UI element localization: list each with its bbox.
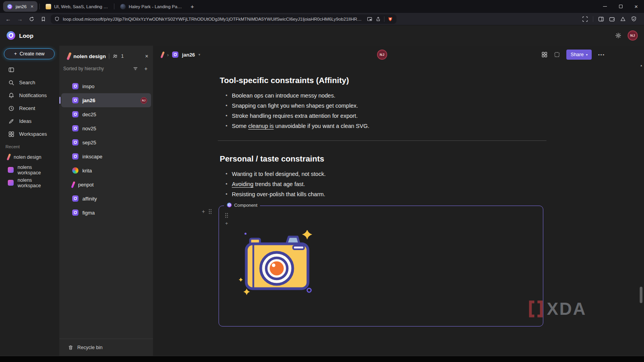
component-label-text: Component bbox=[234, 203, 257, 208]
create-new-button[interactable]: + Create new bbox=[4, 48, 55, 59]
page-row-inkscape[interactable]: inkscape bbox=[61, 149, 151, 163]
insert-plus-icon[interactable]: + bbox=[202, 208, 205, 215]
underlined-text[interactable]: Avoiding bbox=[232, 181, 253, 187]
close-panel-icon[interactable]: × bbox=[145, 53, 148, 59]
sidebar-item-notifications[interactable]: Notifications bbox=[0, 89, 59, 102]
apps-grid-icon[interactable] bbox=[541, 51, 548, 58]
tab-close-icon[interactable]: × bbox=[30, 4, 34, 9]
browser-toolbar: ← → loop.cloud.microsoft/p/eyJ3Ijp7InQiO… bbox=[0, 13, 644, 25]
loop-page-icon bbox=[72, 83, 78, 89]
maximize-button[interactable] bbox=[613, 0, 628, 13]
wallet-icon[interactable] bbox=[609, 16, 615, 22]
add-page-icon[interactable]: + bbox=[144, 66, 148, 72]
sidebar-item-label: Notifications bbox=[19, 92, 47, 98]
chevron-down-icon: ▾ bbox=[586, 53, 587, 57]
scrollbar-thumb[interactable] bbox=[640, 287, 642, 303]
bullet-item: Some cleanup is unavoidable if you want … bbox=[220, 121, 546, 131]
loop-page-icon bbox=[72, 97, 78, 103]
tab-title: UI, Web, SaaS, Landing Page & Mobi bbox=[54, 4, 108, 9]
page-name: jan26 bbox=[82, 98, 95, 103]
app-header: Loop NJ bbox=[0, 25, 644, 46]
tab-haley-park[interactable]: Haley Park - Landing Page Design | L bbox=[116, 1, 187, 12]
rewards-triangle-icon[interactable] bbox=[620, 16, 626, 22]
divider bbox=[384, 16, 384, 22]
breadcrumb-page-title[interactable]: jan26 bbox=[182, 52, 195, 58]
recent-item-workspace-2[interactable]: nolens workspace bbox=[0, 176, 59, 189]
site-permissions-icon[interactable] bbox=[54, 16, 60, 22]
page-row-affinity[interactable]: affinity bbox=[61, 192, 151, 206]
picture-in-picture-icon[interactable] bbox=[367, 16, 372, 22]
loop-logo-icon[interactable] bbox=[6, 31, 16, 40]
app-header-right: NJ bbox=[615, 30, 638, 41]
sidebar-item-label: Workspaces bbox=[19, 131, 47, 137]
recycle-bin-button[interactable]: Recycle bin bbox=[59, 339, 153, 356]
brave-shields-icon[interactable] bbox=[388, 16, 393, 22]
tab-jan26[interactable]: jan26 × bbox=[3, 1, 37, 12]
bullet-list: Wanting it to feel designed, not stock. … bbox=[220, 169, 546, 199]
loop-page-icon bbox=[72, 209, 78, 216]
brush-icon[interactable] bbox=[160, 51, 165, 58]
sidebar-item-recent[interactable]: Recent bbox=[0, 102, 59, 115]
presence-avatar[interactable]: NJ bbox=[377, 50, 387, 60]
page-row-jan26[interactable]: jan26 NJ bbox=[61, 93, 151, 107]
underlined-text[interactable]: cleanup is bbox=[248, 123, 274, 129]
settings-gear-icon[interactable] bbox=[615, 32, 621, 39]
sidebar-item-ideas[interactable]: Ideas bbox=[0, 115, 59, 128]
bullet-item: Boolean ops can introduce messy nodes. bbox=[220, 90, 546, 101]
recent-item-workspace-1[interactable]: nolens workspace bbox=[0, 163, 59, 176]
sidebar-item-board[interactable] bbox=[0, 63, 59, 76]
page-row-krita[interactable]: krita bbox=[61, 163, 151, 177]
page-row-dec25[interactable]: dec25 bbox=[61, 107, 151, 121]
loop-page-icon bbox=[72, 195, 78, 202]
bookmarks-icon[interactable] bbox=[39, 15, 48, 23]
drag-handle-icon[interactable] bbox=[225, 213, 228, 218]
component-label[interactable]: Component bbox=[224, 202, 260, 208]
section-heading: Personal / taste constraints bbox=[220, 154, 546, 163]
user-avatar[interactable]: NJ bbox=[628, 30, 638, 41]
vertical-scrollbar[interactable]: ▴ bbox=[639, 64, 644, 356]
members-icon[interactable] bbox=[112, 53, 118, 59]
workspace-title: nolen design bbox=[73, 53, 106, 59]
vpn-shield-icon[interactable] bbox=[631, 16, 637, 22]
component-block[interactable]: Component + + bbox=[219, 206, 543, 327]
page-row-nov25[interactable]: nov25 bbox=[61, 121, 151, 135]
url-bar[interactable]: loop.cloud.microsoft/p/eyJ3Ijp7InQiOiIxY… bbox=[51, 14, 397, 24]
page-name: nov25 bbox=[82, 126, 96, 131]
share-button[interactable]: Share ▾ bbox=[566, 50, 592, 60]
forward-icon[interactable]: → bbox=[16, 15, 24, 23]
insert-plus-icon[interactable]: + bbox=[225, 221, 228, 226]
scroll-up-icon[interactable]: ▴ bbox=[639, 64, 644, 67]
bullet-item: Stroke handling requires extra attention… bbox=[220, 111, 546, 121]
drag-handle-icon[interactable] bbox=[208, 209, 212, 214]
back-icon[interactable]: ← bbox=[4, 15, 12, 23]
share-page-icon[interactable] bbox=[375, 16, 381, 22]
sidebar-item-label: Recent bbox=[19, 105, 35, 111]
chevron-down-icon[interactable]: ▾ bbox=[199, 53, 201, 57]
close-window-button[interactable]: × bbox=[628, 0, 644, 13]
screenshot-icon[interactable] bbox=[582, 16, 588, 22]
url-text[interactable]: loop.cloud.microsoft/p/eyJ3Ijp7InQiOiIxY… bbox=[63, 17, 364, 21]
sidebar-toggle-icon[interactable] bbox=[598, 16, 604, 22]
chevron-right-icon: › bbox=[167, 52, 169, 58]
new-tab-button[interactable]: + bbox=[187, 2, 197, 12]
page-row-penpot[interactable]: penpot bbox=[61, 177, 151, 192]
loop-logo-icon bbox=[227, 202, 232, 208]
more-options-icon[interactable]: ••• bbox=[598, 52, 605, 57]
minimize-button[interactable] bbox=[597, 0, 613, 13]
page-row-figma[interactable]: figma bbox=[61, 206, 151, 220]
sidebar-item-search[interactable]: Search bbox=[0, 76, 59, 89]
frame-select-icon[interactable] bbox=[554, 51, 560, 58]
workspace-panel: nolen design 1 × Sorted by hierarchy + bbox=[59, 46, 153, 356]
page-row-sep25[interactable]: sep25 bbox=[61, 135, 151, 149]
toolbar-right-icons bbox=[582, 16, 640, 22]
filter-icon[interactable] bbox=[133, 66, 138, 71]
page-row-inspo[interactable]: inspo bbox=[61, 79, 151, 93]
presence-avatar: NJ bbox=[141, 97, 147, 104]
reload-icon[interactable] bbox=[27, 15, 36, 23]
breadcrumb: › jan26 ▾ bbox=[162, 51, 200, 58]
tab-ui-web-saas[interactable]: UI, Web, SaaS, Landing Page & Mobi bbox=[42, 1, 112, 12]
sidebar-item-label: Search bbox=[19, 80, 35, 85]
loop-page-icon bbox=[72, 125, 78, 131]
recent-item-nolen-design[interactable]: nolen design bbox=[0, 151, 59, 163]
sidebar-item-workspaces[interactable]: Workspaces bbox=[0, 128, 59, 140]
